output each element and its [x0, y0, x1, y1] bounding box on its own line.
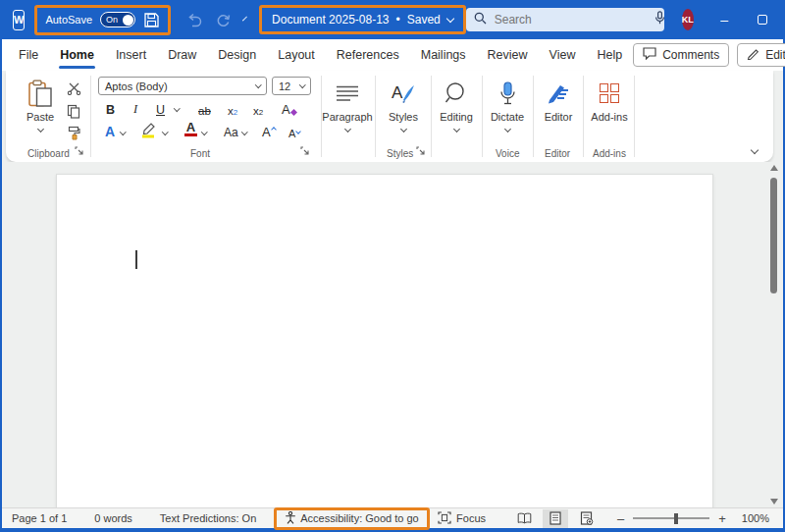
editor-group-label: Editor	[545, 148, 570, 159]
customize-toolbar-chevron-icon[interactable]	[242, 16, 247, 21]
dictate-button[interactable]: Dictate	[485, 79, 530, 132]
font-color-letter: A	[186, 121, 195, 133]
paragraph-label: Paragraph	[322, 111, 372, 123]
font-color-chevron-icon[interactable]	[201, 129, 207, 134]
paste-button[interactable]: Paste	[18, 79, 63, 132]
toggle-knob	[123, 15, 133, 26]
divider	[431, 76, 432, 157]
ribbon: Paste Clipboard Aptos (Body) 12	[6, 71, 773, 162]
dictate-label: Dictate	[491, 111, 524, 123]
tab-layout[interactable]: Layout	[267, 39, 326, 71]
avatar[interactable]: KL	[682, 9, 694, 30]
editing-button[interactable]: Editing	[434, 79, 479, 132]
subscript-digit: 2	[234, 108, 237, 117]
tab-help[interactable]: Help	[586, 39, 633, 71]
minimize-button[interactable]: –	[706, 0, 744, 39]
font-dialog-launcher-icon[interactable]	[300, 141, 309, 159]
undo-icon[interactable]	[186, 13, 202, 27]
styles-button[interactable]: A Styles	[381, 79, 426, 132]
document-page[interactable]	[56, 174, 713, 507]
text-effects-typography-button[interactable]: A	[282, 100, 296, 117]
paragraph-button[interactable]: Paragraph	[325, 79, 370, 132]
web-layout-button[interactable]	[574, 509, 600, 528]
highlight-chevron-icon[interactable]	[162, 129, 168, 134]
tab-view[interactable]: View	[539, 39, 587, 71]
save-icon[interactable]	[143, 12, 160, 28]
tab-design[interactable]: Design	[207, 39, 267, 71]
redo-icon[interactable]	[216, 13, 231, 27]
subscript-button[interactable]: x2	[228, 100, 237, 117]
zoom-out-button[interactable]: –	[617, 511, 624, 526]
print-layout-button[interactable]	[543, 509, 568, 528]
word-app-icon[interactable]: W	[13, 10, 25, 30]
zoom-in-button[interactable]: +	[718, 511, 726, 526]
styles-label: Styles	[389, 111, 418, 123]
tab-home[interactable]: Home	[49, 39, 105, 71]
zoom-level[interactable]: 100%	[742, 512, 769, 524]
zoom-slider-thumb[interactable]	[674, 513, 678, 524]
copy-button[interactable]	[67, 104, 80, 119]
comments-button[interactable]: Comments	[633, 43, 729, 67]
strikethrough-button[interactable]: ab	[198, 100, 211, 117]
scroll-up-arrow-icon[interactable]	[770, 165, 778, 171]
bold-button[interactable]: B	[106, 100, 115, 117]
italic-button[interactable]: I	[133, 100, 137, 117]
zoom-slider[interactable]	[633, 517, 709, 519]
scroll-down-arrow-icon[interactable]	[770, 499, 778, 505]
cut-button[interactable]	[67, 82, 81, 95]
page-indicator[interactable]: Page 1 of 1	[12, 512, 67, 524]
tab-draw[interactable]: Draw	[157, 39, 207, 71]
maximize-button[interactable]	[744, 0, 782, 39]
styles-group-label: Styles	[387, 148, 413, 159]
scrollbar-thumb[interactable]	[770, 178, 777, 293]
format-painter-button[interactable]	[67, 126, 80, 140]
underline-chevron-icon[interactable]	[174, 105, 180, 111]
search-input[interactable]	[495, 13, 647, 27]
change-case-chevron-icon[interactable]	[241, 129, 247, 134]
editing-mode-button[interactable]: Editing	[737, 43, 785, 67]
highlight-color-button[interactable]	[140, 122, 157, 142]
search-box[interactable]	[466, 8, 664, 31]
tab-review[interactable]: Review	[477, 39, 539, 71]
text-predictions-status[interactable]: Text Predictions: On	[160, 512, 256, 524]
tab-file[interactable]: File	[8, 39, 49, 71]
underline-button[interactable]: U	[156, 100, 165, 117]
autosave-toggle[interactable]: On	[100, 12, 135, 27]
read-mode-icon	[517, 512, 532, 524]
focus-button[interactable]: Focus	[438, 511, 486, 526]
read-mode-button[interactable]	[511, 509, 537, 528]
clipboard-dialog-launcher-icon[interactable]	[75, 141, 83, 159]
vertical-scrollbar[interactable]	[767, 162, 781, 507]
quick-access-toolbar	[186, 13, 231, 27]
collapse-ribbon-chevron-icon[interactable]	[751, 146, 759, 154]
font-group-label: Font	[190, 148, 210, 159]
styles-dialog-launcher-icon[interactable]	[416, 141, 425, 159]
paste-label: Paste	[26, 111, 54, 123]
microphone-icon[interactable]	[654, 11, 665, 28]
accessibility-highlight-box[interactable]: Accessibility: Good to go	[274, 507, 429, 530]
paste-clipboard-icon	[27, 79, 53, 108]
divider	[482, 76, 483, 157]
title-chevron-icon[interactable]	[446, 14, 454, 22]
text-effects-button[interactable]: A	[105, 123, 115, 139]
tab-mailings[interactable]: Mailings	[410, 39, 477, 71]
editor-button[interactable]: Editor	[536, 79, 581, 123]
dictate-microphone-icon	[499, 79, 516, 108]
font-size-combobox[interactable]: 12	[272, 77, 311, 95]
grow-font-button[interactable]: A	[262, 123, 276, 139]
document-title[interactable]: Document 2025-08-13	[272, 13, 389, 27]
shrink-font-button[interactable]: A	[288, 123, 300, 139]
superscript-button[interactable]: x2	[253, 100, 263, 117]
tab-insert[interactable]: Insert	[105, 39, 157, 71]
text-effects-chevron-icon[interactable]	[120, 129, 126, 134]
web-layout-icon	[580, 511, 594, 525]
word-logo-letter: W	[14, 14, 24, 26]
print-layout-icon	[550, 511, 561, 525]
font-color-button[interactable]: A	[184, 121, 197, 137]
word-count[interactable]: 0 words	[94, 512, 132, 524]
styles-chevron-icon	[399, 126, 406, 133]
font-name-combobox[interactable]: Aptos (Body)	[98, 77, 267, 95]
addins-button[interactable]: Add-ins	[587, 79, 632, 123]
tab-references[interactable]: References	[326, 39, 410, 71]
change-case-button[interactable]: Aa	[224, 123, 238, 139]
